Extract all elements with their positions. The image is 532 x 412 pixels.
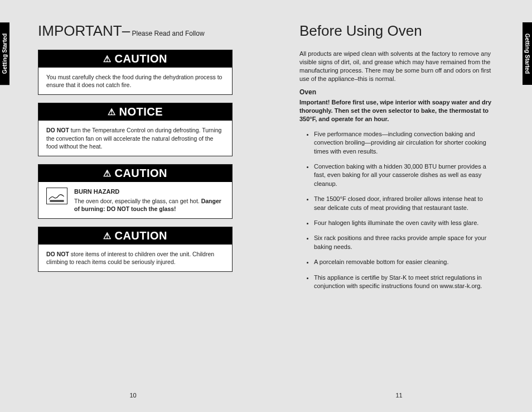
warning-icon: ⚠ — [103, 168, 112, 179]
alert-body: DO NOT store items of interest to childr… — [38, 245, 232, 271]
page-right: Before Using Oven All products are wiped… — [266, 0, 532, 412]
alert-header-text: CAUTION — [114, 167, 167, 179]
list-item: Five performance modes—including convect… — [314, 130, 494, 156]
list-item: This appliance is certifie by Star-K to … — [314, 274, 494, 291]
alert-caution-burn: ⚠CAUTION BURN HAZARD The oven door, espe… — [38, 164, 233, 219]
alert-body-rest: turn the Temperature Control on during d… — [46, 127, 221, 149]
warning-icon: ⚠ — [103, 231, 112, 241]
alert-body: You must carefully check the food during… — [38, 68, 232, 94]
alert-bold-prefix: DO NOT — [46, 127, 69, 133]
left-heading-sub: Please Read and Follow — [130, 30, 204, 37]
hazard-text-a: The oven door, especially the glass, can… — [74, 198, 201, 204]
page-left: IMPORTANT– Please Read and Follow ⚠CAUTI… — [0, 0, 266, 412]
page-number-left: 10 — [129, 392, 136, 399]
page-number-right: 11 — [395, 392, 402, 399]
alert-body-rest: store items of interest to children over… — [46, 251, 214, 265]
alert-bold-prefix: DO NOT — [46, 251, 69, 257]
alert-header-text: NOTICE — [119, 106, 163, 118]
list-item: The 1500°F closed door, infrared broiler… — [314, 195, 494, 212]
warning-icon: ⚠ — [108, 107, 116, 117]
right-heading: Before Using Oven — [299, 22, 494, 40]
hazard-title: BURN HAZARD — [74, 188, 224, 196]
alert-header: ⚠NOTICE — [38, 103, 232, 121]
alert-caution-children: ⚠CAUTION DO NOT store items of interest … — [38, 227, 233, 272]
right-important: Important! Before first use, wipe interi… — [299, 98, 494, 123]
alert-body: DO NOT turn the Temperature Control on d… — [38, 121, 232, 156]
feature-list: Five performance modes—including convect… — [299, 130, 494, 290]
list-item: Six rack positions and three racks provi… — [314, 234, 494, 251]
warning-icon: ⚠ — [103, 54, 112, 64]
alert-header: ⚠CAUTION — [38, 165, 232, 182]
alert-notice: ⚠NOTICE DO NOT turn the Temperature Cont… — [38, 103, 233, 156]
right-subhead: Oven — [299, 88, 494, 96]
right-intro: All products are wiped clean with solven… — [299, 50, 494, 83]
alert-header: ⚠CAUTION — [38, 227, 232, 245]
alert-caution-1: ⚠CAUTION You must carefully check the fo… — [38, 50, 233, 95]
list-item: A porcelain removable bottom for easier … — [314, 258, 494, 266]
list-item: Four halogen lights illuminate the oven … — [314, 219, 494, 227]
alert-header-text: CAUTION — [114, 229, 167, 242]
alert-header-text: CAUTION — [114, 52, 167, 65]
left-heading: IMPORTANT– Please Read and Follow — [38, 22, 233, 40]
burn-hazard-icon — [46, 188, 67, 204]
hazard-text-block: BURN HAZARD The oven door, especially th… — [74, 188, 224, 213]
left-heading-main: IMPORTANT– — [38, 22, 130, 39]
spread: IMPORTANT– Please Read and Follow ⚠CAUTI… — [0, 0, 532, 412]
alert-header: ⚠CAUTION — [38, 50, 232, 68]
list-item: Convection baking with a hidden 30,000 B… — [314, 162, 494, 188]
alert-body: BURN HAZARD The oven door, especially th… — [38, 182, 232, 218]
